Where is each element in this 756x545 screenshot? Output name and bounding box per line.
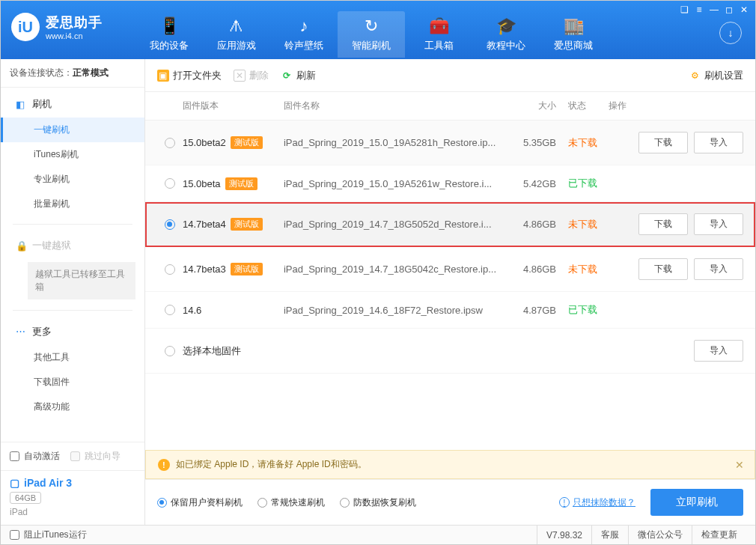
download-button[interactable]: 下载 — [638, 132, 688, 153]
delete-button[interactable]: ✕删除 — [234, 69, 269, 82]
firmware-size: 4.87GB — [496, 305, 556, 316]
firmware-version: 14.7beta4测试版 — [183, 218, 284, 231]
table-row[interactable]: 15.0beta测试版 iPad_Spring_2019_15.0_19A526… — [145, 165, 755, 202]
win-btn-min[interactable]: — — [707, 4, 721, 16]
th-size: 大小 — [496, 100, 556, 112]
import-button[interactable]: 导入 — [694, 258, 743, 280]
app-url: www.i4.cn — [46, 31, 103, 40]
erase-link[interactable]: !只想抹除数据？ — [559, 496, 635, 509]
sidebar-item[interactable]: 专业刷机 — [1, 167, 144, 192]
firmware-name: iPad_Spring_2019_14.7_18G5042c_Restore.i… — [284, 264, 496, 275]
beta-tag: 测试版 — [231, 263, 263, 275]
sidebar-item[interactable]: 下载固件 — [1, 370, 144, 395]
import-button[interactable]: 导入 — [694, 132, 743, 153]
firmware-status: 未下载 — [556, 218, 609, 231]
sidebar-head-flash[interactable]: ◧刷机 — [1, 91, 144, 118]
sidebar-head-jailbreak: 🔒一键越狱 — [1, 232, 144, 259]
auto-activate-checkbox[interactable]: 自动激活 — [10, 450, 60, 463]
firmware-version: 15.0beta测试版 — [183, 177, 284, 190]
table-row[interactable]: 14.7beta4测试版 iPad_Spring_2019_14.7_18G50… — [145, 202, 755, 247]
nav-铃声壁纸[interactable]: ♪铃声壁纸 — [270, 11, 338, 58]
connection-status: 设备连接状态：正常模式 — [1, 59, 144, 88]
refresh-icon: ⟳ — [281, 70, 293, 82]
sidebar-head-more[interactable]: ⋯更多 — [1, 318, 144, 345]
navbar: 📱我的设备⩚应用游戏♪铃声壁纸↻智能刷机🧰工具箱🎓教程中心🏬爱思商城 — [135, 11, 607, 58]
flash-now-button[interactable]: 立即刷机 — [650, 489, 743, 516]
flash-settings-button[interactable]: ⚙刷机设置 — [689, 69, 743, 82]
delete-icon: ✕ — [234, 70, 246, 82]
device-type: iPad — [10, 507, 135, 517]
firmware-status: 已下载 — [556, 177, 609, 190]
sidebar-item[interactable]: 其他工具 — [1, 345, 144, 370]
jailbreak-note: 越狱工具已转移至工具箱 — [28, 262, 135, 299]
nav-应用游戏[interactable]: ⩚应用游戏 — [203, 11, 270, 58]
device-name[interactable]: iPad Air 3 — [10, 477, 135, 489]
window-buttons: ❏ ≡ — ◻ ✕ — [677, 4, 751, 16]
win-btn-skin[interactable]: ❏ — [677, 4, 691, 16]
skip-guide-checkbox[interactable]: 跳过向导 — [70, 450, 121, 463]
local-firmware-label: 选择本地固件 — [183, 344, 609, 358]
flash-icon: ◧ — [16, 99, 26, 110]
table-row[interactable]: 15.0beta2测试版 iPad_Spring_2019_15.0_19A52… — [145, 121, 755, 165]
nav-icon: 🧰 — [429, 16, 449, 36]
row-radio[interactable] — [157, 346, 183, 356]
download-button[interactable]: 下载 — [638, 213, 688, 235]
th-status: 状态 — [556, 100, 609, 112]
refresh-button[interactable]: ⟳刷新 — [281, 69, 316, 82]
win-btn-close[interactable]: ✕ — [737, 4, 751, 16]
table-row[interactable]: 14.7beta3测试版 iPad_Spring_2019_14.7_18G50… — [145, 247, 755, 292]
sidebar-item[interactable]: iTunes刷机 — [1, 142, 144, 167]
table-row[interactable]: 14.6 iPad_Spring_2019_14.6_18F72_Restore… — [145, 292, 755, 329]
sidebar-item[interactable]: 一键刷机 — [1, 118, 144, 142]
check-update-link[interactable]: 检查更新 — [692, 526, 746, 544]
firmware-version: 14.6 — [183, 305, 284, 316]
download-icon[interactable]: ↓ — [719, 22, 742, 44]
row-radio[interactable] — [157, 305, 183, 315]
row-radio[interactable] — [157, 219, 183, 230]
sidebar-item[interactable]: 高级功能 — [1, 395, 144, 419]
nav-我的设备[interactable]: 📱我的设备 — [135, 11, 203, 58]
firmware-status: 未下载 — [556, 263, 609, 276]
win-btn-menu[interactable]: ≡ — [692, 4, 706, 16]
close-icon[interactable]: ✕ — [735, 459, 744, 471]
download-button[interactable]: 下载 — [638, 258, 688, 280]
nav-工具箱[interactable]: 🧰工具箱 — [405, 11, 472, 58]
block-itunes-checkbox[interactable]: 阻止iTunes运行 — [10, 529, 87, 541]
th-version: 固件版本 — [183, 100, 284, 112]
firmware-size: 4.86GB — [496, 264, 556, 275]
mode-option[interactable]: 防数据恢复刷机 — [340, 496, 416, 509]
sidebar-item[interactable]: 批量刷机 — [1, 192, 144, 216]
win-btn-max[interactable]: ◻ — [722, 4, 736, 16]
row-radio[interactable] — [157, 178, 183, 189]
firmware-status: 已下载 — [556, 303, 609, 317]
firmware-size: 4.86GB — [496, 219, 556, 230]
firmware-name: iPad_Spring_2019_15.0_19A5261w_Restore.i… — [284, 178, 496, 189]
nav-icon: ⩚ — [228, 16, 245, 36]
wechat-link[interactable]: 微信公众号 — [628, 526, 692, 544]
toolbar: ▣打开文件夹 ✕删除 ⟳刷新 ⚙刷机设置 — [145, 59, 755, 92]
nav-教程中心[interactable]: 🎓教程中心 — [472, 11, 540, 58]
mode-option[interactable]: 常规快速刷机 — [257, 496, 325, 509]
sidebar: 设备连接状态：正常模式 ◧刷机 一键刷机iTunes刷机专业刷机批量刷机 🔒一键… — [1, 59, 145, 525]
import-button[interactable]: 导入 — [694, 340, 743, 362]
nav-爱思商城[interactable]: 🏬爱思商城 — [540, 11, 607, 58]
status-bar: 阻止iTunes运行 V7.98.32 客服 微信公众号 检查更新 — [1, 525, 755, 544]
nav-icon: 🏬 — [564, 16, 584, 36]
nav-智能刷机[interactable]: ↻智能刷机 — [338, 11, 405, 58]
nav-icon: ↻ — [365, 16, 378, 36]
mode-option[interactable]: 保留用户资料刷机 — [157, 496, 243, 509]
support-link[interactable]: 客服 — [591, 526, 628, 544]
lock-icon: 🔒 — [16, 240, 26, 252]
nav-icon: ♪ — [300, 16, 308, 36]
table-row-local[interactable]: 选择本地固件 导入 — [145, 329, 755, 374]
action-bar: 保留用户资料刷机常规快速刷机防数据恢复刷机 !只想抹除数据？ 立即刷机 — [145, 479, 755, 525]
beta-tag: 测试版 — [231, 218, 263, 231]
firmware-version: 14.7beta3测试版 — [183, 263, 284, 275]
import-button[interactable]: 导入 — [694, 213, 743, 235]
beta-tag: 测试版 — [225, 177, 257, 190]
open-folder-button[interactable]: ▣打开文件夹 — [157, 69, 222, 82]
th-name: 固件名称 — [284, 100, 496, 112]
firmware-status: 未下载 — [556, 136, 609, 150]
row-radio[interactable] — [157, 264, 183, 275]
row-radio[interactable] — [157, 138, 183, 148]
